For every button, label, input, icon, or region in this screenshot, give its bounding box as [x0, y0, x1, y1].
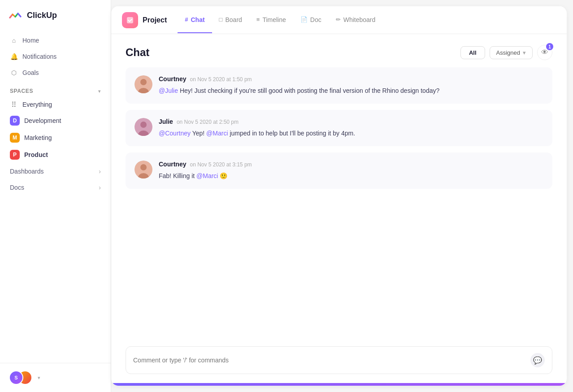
filter-assigned-button[interactable]: Assigned ▾ [490, 46, 533, 59]
tab-board[interactable]: □ Board [212, 7, 249, 33]
avatar-courtney-2 [135, 161, 152, 179]
sidebar-item-notifications[interactable]: 🔔 Notifications [5, 48, 105, 65]
project-icon [122, 12, 138, 28]
spaces-label: Spaces [10, 88, 33, 94]
space-item-development[interactable]: D Development [0, 112, 111, 129]
msg-text-3: Fab! Killing it @Marci 🙂 [159, 171, 543, 181]
chat-container: Chat All Assigned ▾ 👁 1 [111, 34, 567, 383]
send-button[interactable]: 💬 [530, 353, 545, 367]
bell-icon: 🔔 [10, 52, 18, 61]
avatar-svg [135, 75, 152, 93]
space-everything-label: Everything [22, 101, 52, 108]
msg-time-2: on Nov 5 2020 at 2:50 pm [177, 119, 239, 125]
messages-area: Courtney on Nov 5 2020 at 1:50 pm @Julie… [111, 67, 567, 339]
msg-content-2a: Yep! [192, 130, 206, 137]
msg-author-1: Courtney [159, 75, 186, 83]
space-item-everything[interactable]: ⠿ Everything [0, 97, 111, 112]
chat-header: Chat All Assigned ▾ 👁 1 [111, 34, 567, 67]
msg-content-2b: jumped in to help but I'll be posting it… [230, 130, 355, 137]
footer-chevron-icon[interactable]: ▾ [38, 375, 40, 381]
avatar-primary: S [9, 370, 23, 385]
user-avatars: S [9, 370, 34, 385]
notifications-label: Notifications [22, 53, 56, 60]
timeline-tab-label: Timeline [262, 16, 286, 23]
sidebar-item-home[interactable]: ⌂ Home [5, 32, 105, 48]
sidebar-item-goals[interactable]: ⬡ Goals [5, 65, 105, 81]
avatar-courtney-1 [135, 75, 152, 93]
message-body-1: Courtney on Nov 5 2020 at 1:50 pm @Julie… [159, 75, 543, 96]
clickup-logo-icon [9, 8, 23, 22]
marketing-badge: M [10, 133, 20, 143]
sidebar-footer[interactable]: S ▾ [0, 363, 111, 392]
filter-all-button[interactable]: All [460, 46, 485, 59]
tab-timeline[interactable]: ≡ Timeline [249, 7, 293, 33]
whiteboard-tab-label: Whiteboard [343, 16, 376, 23]
msg-meta-3: Courtney on Nov 5 2020 at 3:15 pm [159, 161, 543, 168]
dashboards-label: Dashboards [10, 168, 44, 175]
notification-bell[interactable]: 👁 1 [537, 45, 552, 60]
msg-text-1: @Julie Hey! Just checking if you're stil… [159, 86, 543, 96]
sidebar-item-dashboards[interactable]: Dashboards › [0, 163, 111, 179]
chat-tab-icon: # [185, 16, 188, 23]
assigned-chevron-icon: ▾ [523, 49, 526, 56]
message-body-2: Julie on Nov 5 2020 at 2:50 pm @Courtney… [159, 118, 543, 138]
home-label: Home [22, 37, 39, 44]
msg-meta-2: Julie on Nov 5 2020 at 2:50 pm [159, 118, 543, 125]
space-item-product[interactable]: P Product [0, 146, 111, 163]
avatar-svg [135, 118, 152, 136]
msg-meta-1: Courtney on Nov 5 2020 at 1:50 pm [159, 75, 543, 83]
main-panel: Project # Chat □ Board ≡ Timeline 📄 Doc … [111, 6, 567, 386]
goals-label: Goals [22, 69, 39, 76]
comment-input-wrap: 💬 [126, 346, 552, 374]
docs-chevron-icon: › [99, 184, 101, 191]
everything-icon: ⠿ [10, 100, 18, 109]
space-marketing-label: Marketing [24, 134, 52, 141]
mention-courtney: @Courtney [159, 130, 191, 137]
dashboards-chevron-icon: › [99, 168, 101, 175]
chat-tab-label: Chat [191, 16, 204, 23]
mention-marci-1: @Marci [206, 130, 228, 137]
space-product-label: Product [24, 151, 48, 158]
comment-bar: 💬 [111, 339, 567, 383]
msg-author-3: Courtney [159, 161, 186, 168]
bottom-bar [111, 383, 567, 386]
svg-point-5 [140, 122, 147, 128]
project-svg-icon [126, 16, 135, 25]
avatar-julie [135, 118, 152, 136]
board-tab-label: Board [225, 16, 242, 23]
space-item-marketing[interactable]: M Marketing [0, 129, 111, 146]
chat-title: Chat [126, 46, 149, 59]
avatar-svg [135, 161, 152, 179]
message-card: Courtney on Nov 5 2020 at 3:15 pm Fab! K… [126, 152, 552, 189]
goals-icon: ⬡ [10, 69, 18, 77]
project-label: Project [143, 16, 167, 24]
spaces-chevron-icon[interactable]: ▾ [98, 89, 101, 94]
product-badge: P [10, 150, 20, 160]
msg-content-1: Hey! Just checking if you're still good … [180, 87, 439, 94]
tab-whiteboard[interactable]: ✏ Whiteboard [329, 7, 383, 33]
send-icon: 💬 [533, 356, 542, 365]
assigned-label: Assigned [496, 49, 520, 56]
timeline-tab-icon: ≡ [256, 16, 260, 23]
msg-text-2: @Courtney Yep! @Marci jumped in to help … [159, 129, 543, 138]
svg-point-2 [140, 79, 147, 85]
chat-controls: All Assigned ▾ 👁 1 [460, 45, 552, 60]
sidebar-item-docs[interactable]: Docs › [0, 179, 111, 196]
logo[interactable]: ClickUp [0, 0, 111, 30]
comment-input[interactable] [133, 357, 530, 364]
development-badge: D [10, 116, 20, 126]
tab-chat[interactable]: # Chat [178, 7, 212, 33]
doc-tab-icon: 📄 [300, 16, 308, 23]
spaces-header: Spaces ▾ [0, 83, 111, 97]
space-development-label: Development [24, 117, 61, 124]
sidebar: ClickUp ⌂ Home 🔔 Notifications ⬡ Goals S… [0, 0, 111, 392]
spaces-list: ⠿ Everything D Development M Marketing P… [0, 97, 111, 163]
msg-content-3b: 🙂 [220, 172, 227, 179]
msg-time-3: on Nov 5 2020 at 3:15 pm [190, 161, 252, 168]
message-card: Courtney on Nov 5 2020 at 1:50 pm @Julie… [126, 67, 552, 104]
svg-point-8 [140, 164, 147, 170]
whiteboard-tab-icon: ✏ [336, 16, 341, 23]
tab-doc[interactable]: 📄 Doc [293, 7, 329, 33]
docs-label: Docs [10, 184, 24, 191]
msg-author-2: Julie [159, 118, 173, 125]
